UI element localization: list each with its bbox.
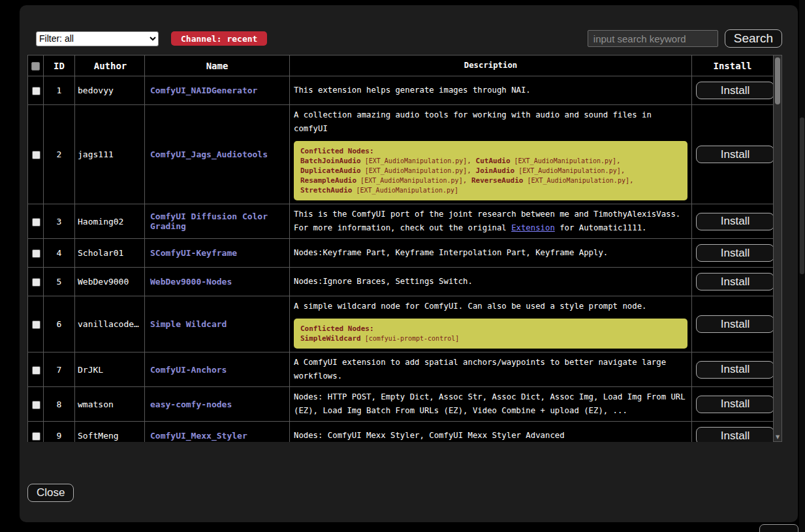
install-button[interactable]: Install xyxy=(696,146,774,163)
row-author: Scholar01 xyxy=(75,239,145,268)
install-button[interactable]: Install xyxy=(696,82,774,99)
row-name-cell: ComfyUI Diffusion Color Grading xyxy=(145,204,290,239)
search-input[interactable] xyxy=(588,30,718,47)
row-name-cell: ComfyUI_NAIDGenerator xyxy=(145,76,290,105)
install-button[interactable]: Install xyxy=(696,361,774,379)
extension-name-link[interactable]: easy-comfy-nodes xyxy=(150,399,232,409)
install-button[interactable]: Install xyxy=(696,244,774,262)
row-description: Nodes: HTTP POST, Empty Dict, Assoc Str,… xyxy=(290,387,692,422)
extension-name-link[interactable]: ComfyUI Diffusion Color Grading xyxy=(150,211,268,231)
row-checkbox[interactable] xyxy=(32,321,40,329)
row-select-cell xyxy=(28,76,44,105)
row-id: 7 xyxy=(44,352,75,387)
conflict-node-source: [EXT_AudioManipulation.py] xyxy=(523,177,629,184)
row-id: 2 xyxy=(44,105,75,204)
install-button[interactable]: Install xyxy=(696,213,774,230)
row-id: 5 xyxy=(44,268,75,296)
conflict-warning: Conflicted Nodes:SimpleWildcard [comfyui… xyxy=(294,319,687,349)
row-author: wmatson xyxy=(75,387,145,422)
header-author: Author xyxy=(75,55,145,76)
extension-name-link[interactable]: SComfyUI-Keyframe xyxy=(150,248,237,258)
description-text: Nodes:Ignore Braces, Settings Switch. xyxy=(294,275,687,289)
channel-badge[interactable]: Channel: recent xyxy=(171,31,267,46)
conflict-warning: Conflicted Nodes:BatchJoinAudio [EXT_Aud… xyxy=(294,141,687,200)
row-install-cell: Install xyxy=(692,268,774,296)
header-install: Install xyxy=(692,55,774,76)
row-checkbox[interactable] xyxy=(32,366,40,375)
conflict-node-source: [EXT_AudioManipulation.py] xyxy=(514,167,621,174)
extension-name-link[interactable]: ComfyUI-Anchors xyxy=(150,365,227,375)
page-scrollbar-thumb[interactable] xyxy=(800,117,804,274)
row-description: Nodes: ComfyUI Mexx Styler, ComfyUI Mexx… xyxy=(290,422,692,443)
conflict-node-name: SimpleWildcard xyxy=(300,334,361,343)
row-install-cell: Install xyxy=(692,204,774,239)
conflict-node-name: DuplicateAudio xyxy=(300,166,361,175)
scroll-down-arrow-icon[interactable]: ▼ xyxy=(774,434,781,440)
header-id: ID xyxy=(44,55,75,76)
close-button[interactable]: Close xyxy=(27,484,74,502)
filter-dropdown[interactable]: Filter: all xyxy=(36,31,159,46)
description-text: Nodes: HTTP POST, Empty Dict, Assoc Str,… xyxy=(294,390,687,418)
row-description: Nodes:Ignore Braces, Settings Switch. xyxy=(290,268,692,296)
table-scrollbar[interactable]: ▼ xyxy=(773,55,782,442)
conflict-list: SimpleWildcard [comfyui-prompt-control] xyxy=(300,334,681,343)
extension-name-link[interactable]: ComfyUI_Jags_Audiotools xyxy=(150,149,268,159)
page-scrollbar[interactable] xyxy=(799,0,805,532)
install-button[interactable]: Install xyxy=(696,396,774,413)
conflict-node-source: [EXT_AudioManipulation.py] xyxy=(356,177,463,184)
row-description: A ComfyUI extension to add spatial ancho… xyxy=(290,352,692,387)
extension-name-link[interactable]: ComfyUI_Mexx_Styler xyxy=(150,431,247,441)
conflict-node-name: JoinAudio xyxy=(476,166,515,175)
row-checkbox[interactable] xyxy=(32,87,40,95)
extension-name-link[interactable]: Simple Wildcard xyxy=(150,319,227,329)
row-author: SoftMeng xyxy=(75,422,145,443)
install-button[interactable]: Install xyxy=(696,273,774,290)
description-link[interactable]: Extension xyxy=(511,223,555,232)
row-select-cell xyxy=(28,239,44,268)
conflict-node-source: [EXT_AudioManipulation.py] xyxy=(361,167,467,174)
description-text: A simple wildcard node for ComfyUI. Can … xyxy=(294,300,687,313)
row-checkbox[interactable] xyxy=(32,278,40,287)
extension-name-link[interactable]: WebDev9000-Nodes xyxy=(150,277,232,287)
row-install-cell: Install xyxy=(692,239,774,268)
custom-nodes-manager-dialog: Filter: all Channel: recent Search ID Au… xyxy=(20,5,798,522)
row-id: 3 xyxy=(44,204,75,239)
row-checkbox[interactable] xyxy=(32,401,40,409)
row-author: jags111 xyxy=(75,105,145,204)
row-name-cell: ComfyUI_Jags_Audiotools xyxy=(145,105,290,204)
table-scrollbar-thumb[interactable] xyxy=(775,57,780,104)
install-button[interactable]: Install xyxy=(696,315,774,333)
row-select-cell xyxy=(28,204,44,239)
row-install-cell: Install xyxy=(692,105,774,204)
row-checkbox[interactable] xyxy=(32,432,40,441)
search-button[interactable]: Search xyxy=(725,29,782,48)
row-id: 8 xyxy=(44,387,75,422)
row-checkbox[interactable] xyxy=(32,151,40,159)
select-all-checkbox[interactable] xyxy=(31,62,40,70)
row-install-cell: Install xyxy=(692,422,774,443)
conflict-node-source: [EXT_AudioManipulation.py] xyxy=(352,187,458,194)
install-button[interactable]: Install xyxy=(696,427,774,442)
table-row: 5WebDev9000WebDev9000-NodesNodes:Ignore … xyxy=(28,268,774,296)
conflict-node-name: CutAudio xyxy=(476,157,511,165)
table-row: 6vanillacode…Simple WildcardA simple wil… xyxy=(28,296,774,352)
row-id: 6 xyxy=(44,296,75,352)
bottom-right-partial-button[interactable] xyxy=(759,524,798,532)
table-row: 8wmatsoneasy-comfy-nodesNodes: HTTP POST… xyxy=(28,387,774,422)
row-select-cell xyxy=(28,296,44,352)
toolbar: Filter: all Channel: recent Search xyxy=(27,29,782,48)
row-author: vanillacode… xyxy=(75,296,145,352)
row-author: WebDev9000 xyxy=(75,268,145,296)
extension-name-link[interactable]: ComfyUI_NAIDGenerator xyxy=(150,86,257,95)
description-text: A ComfyUI extension to add spatial ancho… xyxy=(294,356,687,383)
row-select-cell xyxy=(28,352,44,387)
row-select-cell xyxy=(28,105,44,204)
conflict-list: BatchJoinAudio [EXT_AudioManipulation.py… xyxy=(300,156,681,195)
description-text: This is the ComfyUI port of the joint re… xyxy=(294,208,687,235)
conflict-node-name: StretchAudio xyxy=(300,186,352,195)
row-checkbox[interactable] xyxy=(32,249,40,258)
row-id: 1 xyxy=(44,76,75,105)
table-row: 2jags111ComfyUI_Jags_AudiotoolsA collect… xyxy=(28,105,774,204)
row-checkbox[interactable] xyxy=(32,218,40,227)
row-name-cell: Simple Wildcard xyxy=(145,296,290,352)
